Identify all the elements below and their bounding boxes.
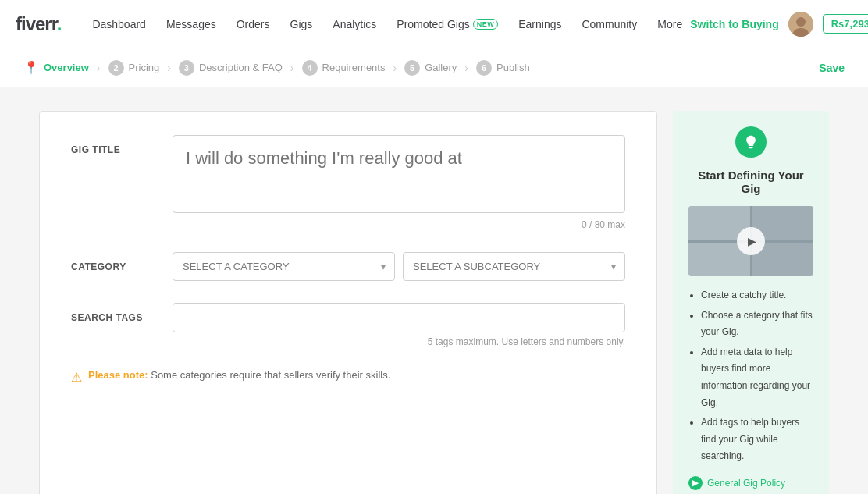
tags-hint: 5 tags maximum. Use letters and numbers … [173,336,625,347]
breadcrumb-requirements[interactable]: 4 Requirements [302,60,386,76]
sep-2: › [167,62,171,74]
switch-buying-button[interactable]: Switch to Buying [690,18,779,30]
notice-text: Please note: Some categories require tha… [88,369,390,381]
policy-icon: ▶ [688,476,703,490]
step-5-circle: 5 [404,60,420,76]
sep-3: › [290,62,294,74]
gig-title-row: GIG TITLE 0 / 80 max [71,135,625,230]
logo[interactable]: fiverr. [16,13,61,35]
char-count: 0 / 80 max [173,219,625,230]
notice-row: ⚠ Please note: Some categories require t… [71,369,625,385]
gig-title-label: GIG TITLE [71,135,173,155]
search-tags-field: 5 tags maximum. Use letters and numbers … [173,303,625,347]
category-selects: SELECT A CATEGORY SELECT A SUBCATEGORY [173,252,625,281]
category-row: CATEGORY SELECT A CATEGORY SELECT A SUBC… [71,252,625,281]
nav-community[interactable]: Community [574,12,645,37]
search-tags-row: SEARCH TAGS 5 tags maximum. Use letters … [71,303,625,347]
save-button[interactable]: Save [819,62,845,74]
nav-more[interactable]: More [649,12,690,37]
gig-title-input[interactable] [173,135,625,213]
category-field: SELECT A CATEGORY SELECT A SUBCATEGORY [173,252,625,281]
category-label: CATEGORY [71,252,173,272]
avatar[interactable] [788,12,813,37]
sidebar-tips: Create a catchy title. Choose a category… [688,287,813,465]
search-tags-input[interactable] [173,303,625,332]
svg-point-1 [796,17,806,27]
category-select-wrapper: SELECT A CATEGORY [173,252,395,281]
tip-3: Add meta data to help buyers find more i… [701,344,813,411]
breadcrumb-gallery[interactable]: 5 Gallery [404,60,457,76]
step-2-circle: 2 [108,60,124,76]
main-content: GIG TITLE 0 / 80 max CATEGORY SELECT A C… [0,87,868,494]
tip-2: Choose a category that fits your Gig. [701,307,813,341]
notice-body: Some categories require that sellers ver… [151,369,390,381]
breadcrumb-publish[interactable]: 6 Publish [476,60,530,76]
nav-gigs[interactable]: Gigs [283,12,321,37]
new-badge: NEW [473,19,499,30]
gig-title-field: 0 / 80 max [173,135,625,230]
video-overlay [688,206,813,276]
lightbulb-icon [735,126,767,158]
location-icon: 📍 [23,60,39,75]
policy-label: General Gig Policy [707,478,785,489]
sep-1: › [97,62,101,74]
sep-4: › [393,62,397,74]
balance-button[interactable]: Rs7,293.32 [823,14,868,34]
nav-links: Dashboard Messages Orders Gigs Analytics… [84,12,690,37]
subcategory-select-wrapper: SELECT A SUBCATEGORY [403,252,625,281]
step-6-circle: 6 [476,60,492,76]
search-tags-label: SEARCH TAGS [71,303,173,323]
breadcrumb-overview[interactable]: 📍 Overview [23,60,89,75]
step-4-circle: 4 [302,60,318,76]
subcategory-select[interactable]: SELECT A SUBCATEGORY [403,252,625,281]
nav-orders[interactable]: Orders [229,12,278,37]
nav-messages[interactable]: Messages [158,12,224,37]
nav-earnings[interactable]: Earnings [510,12,569,37]
sidebar-panel: Start Defining Your Gig Create a catchy … [673,111,829,494]
notice-icon: ⚠ [71,370,82,385]
form-card: GIG TITLE 0 / 80 max CATEGORY SELECT A C… [39,111,657,494]
tip-1: Create a catchy title. [701,287,813,304]
category-select[interactable]: SELECT A CATEGORY [173,252,395,281]
nav-promoted-gigs[interactable]: Promoted Gigs NEW [389,12,506,37]
play-button[interactable] [737,227,765,255]
tip-4: Add tags to help buyers find your Gig wh… [701,414,813,465]
sidebar-title: Start Defining Your Gig [688,169,813,195]
breadcrumb-bar: 📍 Overview › 2 Pricing › 3 Description &… [0,48,868,87]
policy-link[interactable]: ▶ General Gig Policy [688,476,813,490]
nav-analytics[interactable]: Analytics [325,12,384,37]
nav-dashboard[interactable]: Dashboard [84,12,154,37]
breadcrumb-description[interactable]: 3 Description & FAQ [179,60,283,76]
navbar: fiverr. Dashboard Messages Orders Gigs A… [0,0,868,48]
notice-label: Please note: [88,369,148,381]
breadcrumb-pricing[interactable]: 2 Pricing [108,60,160,76]
step-3-circle: 3 [179,60,194,76]
video-thumbnail[interactable] [688,206,813,276]
sep-5: › [464,62,468,74]
logo-text: fiverr [16,13,57,34]
navbar-right: Switch to Buying Rs7,293.32 [690,12,868,37]
